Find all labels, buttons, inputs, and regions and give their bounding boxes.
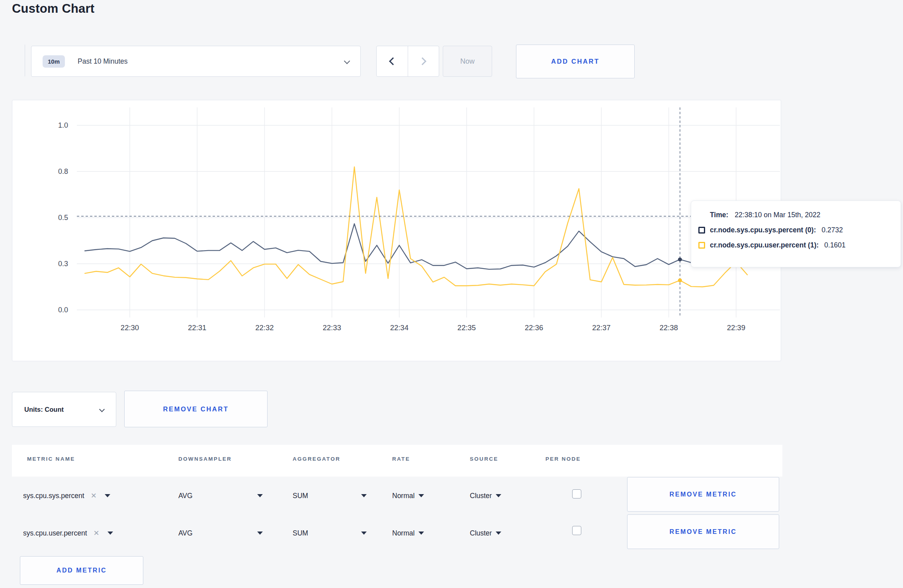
metric-name: sys.cpu.sys.percent — [23, 492, 84, 500]
chevron-left-icon — [389, 57, 397, 65]
downsampler-select[interactable]: AVG — [178, 528, 263, 539]
clear-metric-icon[interactable]: ✕ — [94, 529, 100, 537]
dropdown-caret-icon — [108, 532, 113, 535]
dropdown-caret-icon — [257, 532, 263, 535]
clear-metric-icon[interactable]: ✕ — [91, 491, 97, 500]
time-range-pager — [376, 46, 439, 77]
col-header-downsampler: DOWNSAMPLER — [178, 456, 232, 462]
rate-value: Normal — [392, 492, 414, 500]
rate-select[interactable]: Normal — [392, 490, 424, 501]
dropdown-caret-icon — [418, 532, 424, 535]
metric-name: sys.cpu.user.percent — [23, 529, 87, 537]
now-button[interactable]: Now — [443, 46, 492, 77]
svg-text:0.3: 0.3 — [58, 260, 68, 268]
user-series-swatch-icon — [698, 242, 705, 249]
source-value: Cluster — [470, 529, 492, 537]
tooltip-series-value: 0.1601 — [824, 241, 846, 249]
tooltip-series-row: cr.node.sys.cpu.user.percent (1): 0.1601 — [698, 241, 901, 249]
col-header-per-node: PER NODE — [545, 456, 581, 462]
dropdown-caret-icon — [496, 532, 501, 535]
remove-chart-button[interactable]: REMOVE CHART — [124, 391, 268, 427]
remove-metric-button[interactable]: REMOVE METRIC — [627, 514, 779, 549]
rate-select[interactable]: Normal — [392, 528, 424, 539]
svg-text:0.0: 0.0 — [58, 306, 68, 314]
col-header-metric-name: METRIC NAME — [27, 456, 75, 462]
svg-text:22:33: 22:33 — [322, 323, 341, 332]
svg-text:22:32: 22:32 — [255, 323, 274, 332]
col-header-aggregator: AGGREGATOR — [293, 456, 340, 462]
svg-text:22:35: 22:35 — [457, 323, 476, 332]
source-select[interactable]: Cluster — [470, 528, 501, 539]
add-metric-button[interactable]: ADD METRIC — [20, 556, 143, 585]
add-chart-button[interactable]: ADD CHART — [516, 45, 635, 78]
svg-text:22:39: 22:39 — [727, 323, 745, 332]
svg-text:22:34: 22:34 — [390, 323, 408, 332]
dropdown-caret-icon — [496, 494, 501, 497]
tooltip-series-name: cr.node.sys.cpu.user.percent (1): — [710, 241, 819, 249]
downsampler-select[interactable]: AVG — [178, 490, 263, 501]
units-selector[interactable]: Units: Count — [12, 392, 116, 427]
source-select[interactable]: Cluster — [470, 490, 501, 501]
chevron-down-icon — [345, 58, 349, 65]
remove-metric-button[interactable]: REMOVE METRIC — [627, 477, 779, 512]
svg-text:0.8: 0.8 — [58, 167, 68, 175]
tooltip-time-row: Time:22:38:10 on Mar 15th, 2022 — [710, 211, 901, 219]
tooltip-series-name: cr.node.sys.cpu.sys.percent (0): — [710, 226, 816, 234]
next-range-button[interactable] — [408, 46, 439, 76]
time-window-label: Past 10 Minutes — [78, 57, 127, 66]
dropdown-caret-icon — [361, 494, 367, 497]
tooltip-series-value: 0.2732 — [822, 226, 843, 234]
aggregator-value: SUM — [293, 492, 308, 500]
svg-text:22:36: 22:36 — [525, 323, 543, 332]
chevron-right-icon — [418, 57, 426, 65]
chart-plot[interactable]: 0.00.30.50.81.022:3022:3122:3222:3322:34… — [12, 100, 781, 361]
col-header-rate: RATE — [392, 456, 410, 462]
time-window-badge: 10m — [43, 55, 65, 68]
chart-tooltip: Time:22:38:10 on Mar 15th, 2022 cr.node.… — [691, 201, 901, 267]
downsampler-value: AVG — [178, 529, 193, 537]
aggregator-select[interactable]: SUM — [293, 490, 367, 501]
svg-text:0.5: 0.5 — [58, 214, 68, 222]
page-title: Custom Chart — [12, 2, 94, 16]
time-window-selector[interactable]: 10m Past 10 Minutes — [31, 46, 361, 77]
aggregator-select[interactable]: SUM — [293, 528, 367, 539]
metric-name-select[interactable]: sys.cpu.sys.percent ✕ — [23, 490, 110, 501]
dropdown-caret-icon — [418, 494, 424, 497]
svg-text:22:37: 22:37 — [592, 323, 610, 332]
chart-card: 0.00.30.50.81.022:3022:3122:3222:3322:34… — [12, 100, 781, 361]
tooltip-series-row: cr.node.sys.cpu.sys.percent (0): 0.2732 — [698, 226, 901, 234]
prev-range-button[interactable] — [377, 46, 408, 76]
svg-text:22:38: 22:38 — [659, 323, 678, 332]
source-value: Cluster — [470, 492, 492, 500]
tooltip-time-label: Time: — [710, 211, 728, 219]
svg-text:1.0: 1.0 — [58, 121, 68, 129]
svg-text:22:30: 22:30 — [121, 323, 139, 332]
chevron-down-icon — [100, 406, 104, 413]
dropdown-caret-icon — [257, 494, 263, 497]
dropdown-caret-icon — [361, 532, 367, 535]
svg-text:22:31: 22:31 — [188, 323, 206, 332]
tooltip-time-value: 22:38:10 on Mar 15th, 2022 — [735, 211, 820, 219]
toolbar-divider — [25, 45, 25, 76]
per-node-checkbox[interactable] — [572, 526, 581, 535]
downsampler-value: AVG — [178, 492, 193, 500]
col-header-source: SOURCE — [470, 456, 498, 462]
custom-chart-page: Custom Chart 10m Past 10 Minutes Now ADD… — [0, 0, 903, 588]
aggregator-value: SUM — [293, 529, 308, 537]
metric-name-select[interactable]: sys.cpu.user.percent ✕ — [23, 528, 113, 539]
units-label: Units: Count — [24, 406, 64, 413]
dropdown-caret-icon — [105, 494, 110, 497]
per-node-checkbox[interactable] — [572, 489, 581, 498]
rate-value: Normal — [392, 529, 414, 537]
sys-series-swatch-icon — [698, 227, 705, 234]
